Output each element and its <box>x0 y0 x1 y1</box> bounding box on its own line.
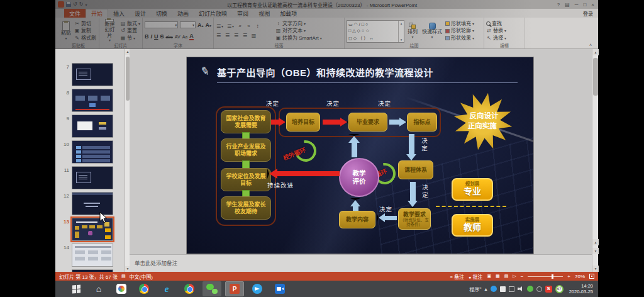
paste-button[interactable]: 粘贴 ▾ <box>60 19 72 43</box>
fit-slide-icon[interactable] <box>589 274 594 279</box>
need-box[interactable]: 行业产业发展及职场需求 <box>221 138 271 162</box>
tab-slideshow[interactable]: 幻灯片放映 <box>194 9 232 18</box>
notes-pane[interactable]: 单击此处添加备注 <box>130 254 592 272</box>
convert-smartart-button[interactable]: ▣转换为 SmartArt▾ <box>275 36 322 41</box>
evaluation-circle[interactable]: 教学 评价 <box>339 158 379 197</box>
scroll-up-icon[interactable]: ▲ <box>592 49 599 55</box>
layer-box-teacher[interactable]: 实施层 教师 <box>452 214 493 237</box>
slide-thumbnail[interactable] <box>72 244 113 267</box>
taskbar-360-browser[interactable] <box>135 281 153 296</box>
justify-icon[interactable]: ☰ <box>242 33 248 38</box>
columns-icon[interactable]: ▥ <box>251 33 257 38</box>
underline-button[interactable]: U <box>154 33 158 40</box>
previous-slide-icon[interactable]: ▲ <box>592 239 599 245</box>
tab-review[interactable]: 审阅 <box>232 9 253 18</box>
decide-label[interactable]: 决定 <box>420 184 429 199</box>
shape-outline-button[interactable]: 形状轮廓▾ <box>445 28 474 33</box>
text-direction-button[interactable]: ↕文字方向▾ <box>275 21 322 26</box>
decide-label[interactable]: 决定 <box>326 99 340 108</box>
start-button[interactable] <box>67 281 86 296</box>
grad-box[interactable]: 毕业要求 <box>348 113 387 132</box>
slide-thumbnail[interactable] <box>72 63 113 86</box>
reset-button[interactable]: ↺重置 <box>120 28 140 33</box>
notes-toggle[interactable]: ≡ 备注 <box>450 273 464 280</box>
tray-cloud-icon[interactable] <box>491 286 497 292</box>
font-size-combo[interactable]: ▾ <box>180 21 196 28</box>
shape-effects-button[interactable]: 形状效果▾ <box>445 36 474 41</box>
normal-view-icon[interactable]: ▣ <box>487 274 491 279</box>
slide-thumbnail[interactable] <box>72 166 113 189</box>
save-icon[interactable] <box>66 2 71 7</box>
tray-ime-icon[interactable] <box>500 286 506 292</box>
minimize-button[interactable]: ─ <box>575 2 579 8</box>
scroll-handle[interactable] <box>593 58 598 96</box>
thumb-scroll-handle[interactable] <box>126 57 130 101</box>
line-spacing-icon[interactable]: ↕ <box>255 23 260 29</box>
decrease-indent-icon[interactable]: « <box>237 23 243 29</box>
zoom-in-button[interactable]: + <box>567 274 570 279</box>
blue-arrow[interactable] <box>352 141 357 157</box>
decide-label[interactable]: 决定 <box>266 99 279 108</box>
bullets-button[interactable]: ☰▾ <box>216 23 223 29</box>
slide-thumbnail[interactable] <box>72 115 113 138</box>
arrange-button[interactable]: 排列 ▾ <box>406 19 419 43</box>
goal-box[interactable]: 培养目标 <box>286 113 320 132</box>
align-center-icon[interactable]: ☰ <box>225 33 230 38</box>
tab-addins[interactable]: 加载项 <box>275 9 302 18</box>
taskbar-360-safe[interactable] <box>112 281 131 296</box>
zoom-slider[interactable] <box>528 276 563 277</box>
restore-button[interactable]: □ <box>583 2 586 8</box>
next-slide-icon[interactable]: ▼ <box>592 248 599 254</box>
strikethrough-button[interactable]: S <box>160 33 164 40</box>
shadow-button[interactable]: abc <box>166 35 173 39</box>
curriculum-box[interactable]: 课程体系 <box>398 160 433 179</box>
speedup-ball-icon[interactable]: 67 <box>555 285 564 293</box>
taskbar-recorder[interactable] <box>270 281 289 296</box>
slide-title[interactable]: 基于产出导向（OBE）和持续改进的教学流程设计 <box>217 65 433 79</box>
tab-design[interactable]: 设计 <box>130 9 151 18</box>
section-button[interactable]: ▦节▾ <box>120 36 140 41</box>
tab-home[interactable]: 开始 <box>86 9 108 18</box>
language-indicator[interactable]: 中文(中国) <box>130 273 153 280</box>
close-button[interactable]: × <box>591 2 594 8</box>
decide-label[interactable]: 决定 <box>419 138 428 152</box>
requirement-box[interactable]: 教学要求 （师资队伍、支持条件） <box>398 208 431 230</box>
cut-button[interactable]: ✂剪切 <box>74 21 96 26</box>
grow-font-button[interactable]: A▴ <box>197 22 204 28</box>
tray-network-icon[interactable] <box>536 286 542 292</box>
shapes-scroll-up-icon[interactable]: ▴ <box>401 21 402 25</box>
align-left-icon[interactable]: ☰ <box>216 33 221 38</box>
align-right-icon[interactable]: ☰ <box>233 33 239 38</box>
format-painter-button[interactable]: ✎格式刷 <box>74 36 96 41</box>
tray-display-icon[interactable] <box>509 286 514 292</box>
tab-insert[interactable]: 插入 <box>108 9 130 18</box>
need-box[interactable]: 学生发展及家长校友期待 <box>221 196 271 220</box>
improve-label[interactable]: 持续改进 <box>267 181 294 189</box>
layout-button[interactable]: ▤版式▾ <box>120 21 140 26</box>
bold-button[interactable]: B <box>145 33 149 40</box>
need-box[interactable]: 学校定位及发展目标 <box>221 168 271 191</box>
need-box[interactable]: 国家社会及教育发展需要 <box>221 110 271 133</box>
find-button[interactable]: 查找 <box>486 21 506 26</box>
tab-file[interactable]: 文件 <box>64 9 86 18</box>
tray-wechat-icon[interactable] <box>527 286 533 292</box>
redo-icon[interactable]: ↻ <box>79 2 84 7</box>
indicator-box[interactable]: 指标点 <box>407 113 437 132</box>
sign-in-link[interactable]: 登录 <box>583 9 593 18</box>
blue-arrow[interactable] <box>410 182 416 201</box>
blue-arrow[interactable] <box>383 216 397 220</box>
taskbar-wechat[interactable] <box>203 281 221 296</box>
scroll-down-icon[interactable]: ▼ <box>592 266 599 272</box>
thumbnail-scrollbar[interactable]: ▲ ▼ <box>125 49 130 272</box>
spellcheck-icon[interactable]: ▤ <box>121 274 126 279</box>
new-slide-button[interactable]: 新建幻灯片 ▾ <box>101 19 118 43</box>
taskbar-powerpoint[interactable]: P <box>225 281 244 296</box>
copy-button[interactable]: ▣复制 <box>74 28 96 33</box>
slide-sorter-view-icon[interactable]: ▦ <box>496 274 500 279</box>
slide-canvas[interactable]: ✎ 基于产出导向（OBE）和持续改进的教学流程设计 国家社会及教育发展需要 行业… <box>187 57 533 254</box>
tab-animations[interactable]: 动画 <box>172 9 194 18</box>
decide-label[interactable]: 决定 <box>379 205 392 213</box>
taskbar-internet-explorer[interactable]: e <box>157 281 176 296</box>
shrink-font-button[interactable]: A▾ <box>205 22 211 28</box>
font-name-combo[interactable]: ▾ <box>145 21 178 28</box>
